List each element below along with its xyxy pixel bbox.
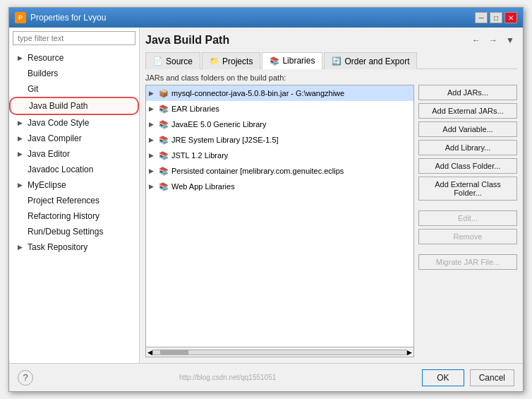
sidebar-item-project-refs[interactable]: Project References: [9, 193, 139, 208]
spacer-2: [418, 247, 517, 251]
sidebar-item-refactoring[interactable]: Refactoring History: [9, 208, 139, 224]
tab-libraries[interactable]: 📚 Libraries: [262, 52, 322, 69]
button-panel: Add JARs... Add External JARs... Add Var…: [418, 85, 517, 357]
title-bar-left: P Properties for Lvyou: [15, 12, 106, 23]
dialog-title: Properties for Lvyou: [30, 13, 106, 23]
add-external-class-folder-button[interactable]: Add External Class Folder...: [418, 177, 517, 201]
back-button[interactable]: ←: [469, 33, 483, 47]
tab-source-label: Source: [166, 56, 193, 66]
lib-label: Persisted container [melibrary.com.genui…: [171, 165, 344, 177]
tab-projects-label: Projects: [222, 56, 253, 66]
library-icon: 📚: [159, 133, 169, 146]
lib-label: mysql-connector-java-5.0.8-bin.jar - G:\…: [171, 87, 344, 100]
sidebar-item-resource[interactable]: ▶ Resource: [9, 50, 139, 66]
scroll-right-arrow[interactable]: ▶: [407, 349, 412, 356]
close-button[interactable]: ✕: [504, 12, 517, 23]
minimize-button[interactable]: ─: [475, 12, 488, 23]
title-bar: P Properties for Lvyou ─ □ ✕: [9, 8, 523, 28]
cancel-button[interactable]: Cancel: [470, 369, 514, 386]
menu-button[interactable]: ▼: [503, 33, 517, 47]
tab-order-export[interactable]: 🔄 Order and Export: [324, 52, 417, 69]
library-panel: ▶ 📦 mysql-connector-java-5.0.8-bin.jar -…: [145, 85, 414, 357]
sidebar-item-run-debug[interactable]: Run/Debug Settings: [9, 224, 139, 239]
migrate-jar-button[interactable]: Migrate JAR File...: [418, 254, 517, 270]
forward-button[interactable]: →: [486, 33, 500, 47]
add-library-button[interactable]: Add Library...: [418, 140, 517, 155]
sidebar-item-task-repo[interactable]: ▶ Task Repository: [9, 239, 139, 255]
sidebar-item-myeclipse[interactable]: ▶ MyEclipse: [9, 177, 139, 193]
expand-arrow: ▶: [18, 179, 25, 191]
lib-item-javaee[interactable]: ▶ 📚 JavaEE 5.0 Generic Library: [146, 117, 413, 132]
sidebar-item-builders[interactable]: Builders: [9, 66, 139, 81]
header-icons: ← → ▼: [469, 33, 517, 47]
expand-arrow: ▶: [149, 180, 156, 193]
sidebar-item-java-compiler[interactable]: ▶ Java Compiler: [9, 131, 139, 146]
sidebar-label: MyEclipse: [28, 179, 66, 191]
page-title: Java Build Path: [145, 34, 229, 47]
remove-button[interactable]: Remove: [418, 229, 517, 244]
lib-label: JRE System Library [J2SE-1.5]: [171, 133, 279, 146]
projects-tab-icon: 📁: [210, 56, 219, 66]
add-variable-button[interactable]: Add Variable...: [418, 121, 517, 137]
add-external-jars-button[interactable]: Add External JARs...: [418, 103, 517, 119]
ok-button[interactable]: OK: [422, 369, 464, 386]
footer-left: ?: [18, 370, 33, 386]
lib-item-jstl[interactable]: ▶ 📚 JSTL 1.2 Library: [146, 148, 413, 163]
sidebar-label: Git: [28, 83, 38, 95]
sidebar-item-java-build-path[interactable]: Java Build Path: [9, 97, 139, 115]
tabs-bar: 📄 Source 📁 Projects 📚 Libraries 🔄 Order …: [145, 52, 517, 69]
sidebar-item-java-code-style[interactable]: ▶ Java Code Style: [9, 115, 139, 131]
add-class-folder-button[interactable]: Add Class Folder...: [418, 158, 517, 174]
filter-input[interactable]: [13, 31, 135, 45]
add-jars-button[interactable]: Add JARs...: [418, 85, 517, 100]
sidebar-item-java-editor[interactable]: ▶ Java Editor: [9, 146, 139, 162]
spacer-1: [418, 203, 517, 208]
library-icon: 📚: [159, 165, 169, 177]
help-button[interactable]: ?: [18, 370, 33, 386]
tab-order-label: Order and Export: [344, 56, 409, 66]
library-icon: 📚: [159, 118, 169, 131]
expand-arrow: ▶: [18, 148, 25, 160]
sidebar-item-git[interactable]: Git: [9, 81, 139, 97]
dialog-icon: P: [15, 12, 26, 23]
sidebar-label: Javadoc Location: [28, 163, 93, 176]
expand-arrow: ▶: [149, 133, 156, 146]
expand-arrow: ▶: [149, 102, 156, 115]
lib-label: JSTL 1.2 Library: [171, 149, 228, 162]
path-label: JARs and class folders on the build path…: [145, 73, 517, 82]
sidebar-label: Builders: [28, 67, 58, 80]
sidebar-label: Java Editor: [28, 148, 70, 160]
sidebar-label: Task Repository: [28, 241, 87, 254]
sidebar-tree: ▶ Resource Builders Git Java Build Path …: [9, 49, 139, 363]
scrollbar-thumb[interactable]: [160, 350, 188, 355]
maximize-button[interactable]: □: [490, 12, 502, 23]
lib-item-jre[interactable]: ▶ 📚 JRE System Library [J2SE-1.5]: [146, 132, 413, 148]
scrollbar-track[interactable]: [152, 350, 407, 355]
expand-arrow: ▶: [18, 241, 25, 254]
sidebar-label: Refactoring History: [28, 210, 99, 222]
lib-label: EAR Libraries: [171, 102, 219, 115]
properties-dialog: P Properties for Lvyou ─ □ ✕ ▶ Resource …: [8, 7, 524, 392]
lib-item-webapp[interactable]: ▶ 📚 Web App Libraries: [146, 179, 413, 194]
expand-arrow: ▶: [149, 118, 156, 131]
tab-source[interactable]: 📄 Source: [145, 52, 200, 69]
scroll-left-arrow[interactable]: ◀: [147, 349, 152, 356]
main-header: Java Build Path ← → ▼: [145, 33, 517, 47]
sidebar-item-javadoc[interactable]: Javadoc Location: [9, 162, 139, 177]
sidebar-label: Resource: [28, 52, 64, 64]
lib-item-persisted[interactable]: ▶ 📚 Persisted container [melibrary.com.g…: [146, 163, 413, 179]
expand-arrow: ▶: [149, 165, 156, 177]
library-icon: 📚: [159, 149, 169, 162]
library-tree[interactable]: ▶ 📦 mysql-connector-java-5.0.8-bin.jar -…: [145, 85, 414, 347]
library-icon: 📚: [159, 102, 169, 115]
lib-item-mysql[interactable]: ▶ 📦 mysql-connector-java-5.0.8-bin.jar -…: [146, 85, 413, 101]
jar-icon: 📦: [159, 87, 169, 100]
lib-item-ear[interactable]: ▶ 📚 EAR Libraries: [146, 101, 413, 117]
edit-button[interactable]: Edit...: [418, 210, 517, 226]
footer-right: OK Cancel: [422, 369, 514, 386]
lib-label: JavaEE 5.0 Generic Library: [171, 118, 267, 131]
horizontal-scrollbar[interactable]: ◀ ▶: [145, 347, 414, 357]
tab-projects[interactable]: 📁 Projects: [202, 52, 260, 69]
tab-libraries-label: Libraries: [282, 56, 315, 66]
order-tab-icon: 🔄: [332, 56, 341, 66]
